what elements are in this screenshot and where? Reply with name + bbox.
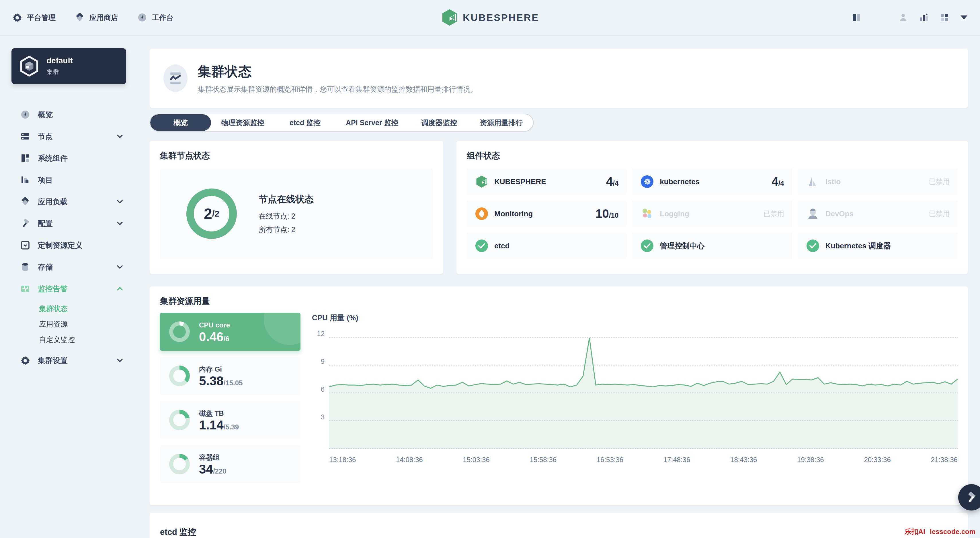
kubesphere-icon [475, 175, 488, 189]
workbench-button[interactable]: 工作台 [138, 13, 173, 22]
component-tile-devops[interactable]: DevOps已禁用 [798, 200, 958, 227]
resource-label: 容器组 [199, 454, 220, 461]
chevron-up-icon [116, 285, 124, 292]
kubesphere-logo-text: KUBESPHERE [463, 12, 539, 23]
sidebar-item-label: 配置 [38, 219, 53, 229]
mini-chart-icon[interactable] [919, 13, 928, 22]
resource-usage-title: 集群资源用量 [160, 296, 958, 307]
component-tile-管理控制中心[interactable]: 管理控制中心 [632, 233, 792, 259]
docs-book-icon[interactable] [851, 13, 861, 22]
cluster-selector[interactable]: default 集群 [11, 48, 126, 84]
sidebar-item-8[interactable]: 监控告警 [11, 278, 126, 300]
component-status-title: 组件状态 [467, 150, 958, 162]
sidebar-item-0[interactable]: 概览 [11, 104, 126, 125]
resource-tile-0[interactable]: CPU core0.46/6 [160, 313, 301, 351]
tab-strip: 概览物理资源监控etcd 监控API Server 监控调度器监控资源用量排行 [150, 108, 968, 138]
component-tile-kubernetes-调度器[interactable]: Kubernetes 调度器 [798, 233, 958, 259]
sidebar-item-label: 存储 [38, 262, 53, 272]
gridline-9 [329, 365, 958, 365]
node-donut-chart: 2/2 [186, 189, 237, 239]
user-icon[interactable] [899, 13, 908, 22]
component-count: 4/4 [772, 175, 784, 189]
y-axis-label-12: 12 [317, 330, 325, 338]
chevron-down-icon [116, 263, 124, 271]
component-tile-istio[interactable]: Istio已禁用 [798, 168, 958, 195]
sidebar-item-label: 监控告警 [38, 284, 68, 294]
component-tile-monitoring[interactable]: Monitoring10/10 [467, 200, 627, 227]
main-content: 集群状态 集群状态展示集群资源的概览和详情，您可以查看集群资源的监控数据和用量排… [138, 0, 980, 538]
x-axis-label-7: 19:38:36 [797, 456, 824, 464]
component-tile-kubesphere[interactable]: KUBESPHERE4/4 [467, 168, 627, 195]
project-icon [21, 175, 30, 184]
chart-plot-area[interactable]: 36912 [329, 329, 958, 449]
node-status-panel: 2/2 节点在线状态 在线节点: 2 所有节点: 2 [160, 168, 433, 259]
kubesphere-logo[interactable]: KUBESPHERE [441, 9, 539, 26]
tab-5[interactable]: 资源用量排行 [469, 114, 533, 131]
sidebar-item-7[interactable]: 存储 [11, 256, 126, 278]
tab-1[interactable]: 物理资源监控 [211, 114, 275, 131]
cluster-resource-usage-card: 集群资源用量 CPU core0.46/6内存 Gi5.38/15.05磁盘 T… [150, 286, 968, 505]
sidebar-subitem-1[interactable]: 应用资源 [11, 316, 126, 332]
cluster-node-status-card: 集群节点状态 2/2 节点在线状态 在线节点: 2 所有节点: 2 [150, 141, 443, 274]
workbench-label: 工作台 [152, 13, 173, 22]
resource-label: 磁盘 TB [199, 409, 224, 417]
component-tile-kubernetes[interactable]: ☸kubernetes4/4 [632, 168, 792, 195]
sidebar-item-3[interactable]: 项目 [11, 169, 126, 191]
components-icon [21, 154, 30, 163]
tab-0[interactable]: 概览 [150, 114, 211, 131]
sidebar-item-9[interactable]: 集群设置 [11, 349, 126, 371]
resource-tile-1[interactable]: 内存 Gi5.38/15.05 [160, 357, 301, 395]
sidebar-item-2[interactable]: 系统组件 [11, 147, 126, 169]
tab-2[interactable]: etcd 监控 [275, 114, 336, 131]
x-axis-label-3: 15:58:36 [530, 456, 557, 464]
tab-4[interactable]: 调度器监控 [409, 114, 469, 131]
x-axis-label-4: 16:53:36 [597, 456, 623, 464]
component-tile-etcd[interactable]: etcd [467, 233, 627, 259]
sidebar-item-5[interactable]: 配置 [11, 213, 126, 234]
sidebar-subitem-2[interactable]: 自定义监控 [11, 332, 126, 347]
resource-value: 0.46/6 [199, 330, 230, 344]
caret-down-icon[interactable] [961, 16, 967, 19]
component-name: Istio [826, 177, 841, 186]
sidebar-item-6[interactable]: 定制资源定义 [11, 234, 126, 256]
chevron-down-icon [116, 133, 124, 140]
cluster-type-label: 集群 [46, 68, 73, 76]
sidebar-item-label: 项目 [38, 175, 53, 185]
node-status-title: 集群节点状态 [160, 150, 433, 162]
app-store-button[interactable]: 应用商店 [75, 13, 118, 22]
sidebar-item-4[interactable]: 应用负载 [11, 191, 126, 213]
sidebar-subitem-0[interactable]: 集群状态 [11, 301, 126, 316]
resource-tile-2[interactable]: 磁盘 TB1.14/5.39 [160, 401, 301, 439]
component-name: Monitoring [494, 209, 533, 218]
topbar: 平台管理 应用商店 工作台 KUBESPHERE [0, 0, 980, 35]
app-store-label: 应用商店 [89, 13, 118, 22]
gear-icon [21, 356, 30, 365]
hammer-icon [965, 491, 978, 504]
resource-value: 5.38/15.05 [199, 374, 243, 389]
node-donut-total: /2 [212, 209, 220, 219]
resource-tile-3[interactable]: 容器组34/220 [160, 445, 301, 483]
check-icon [475, 239, 488, 253]
all-nodes-text: 所有节点: 2 [259, 225, 314, 234]
component-tile-logging[interactable]: Logging已禁用 [632, 200, 792, 227]
platform-management-button[interactable]: 平台管理 [13, 13, 56, 22]
topbar-actions [851, 13, 967, 22]
mini-grid-icon[interactable] [940, 13, 949, 22]
tab-3[interactable]: API Server 监控 [336, 114, 409, 131]
watermark-site: lesscode.com [930, 528, 975, 535]
etcd-monitoring-card: etcd 监控 [150, 513, 968, 538]
kubernetes-icon: ☸ [640, 175, 654, 189]
chart-x-axis-labels: 13:18:3614:08:3615:03:3615:58:3616:53:36… [329, 456, 958, 464]
x-axis-label-1: 14:08:36 [396, 456, 423, 464]
dashboard-icon [21, 110, 30, 119]
sidebar-item-label: 应用负载 [38, 197, 68, 207]
component-name: kubernetes [660, 177, 700, 186]
component-disabled-badge: 已禁用 [929, 177, 950, 186]
resource-donut-icon [169, 409, 190, 430]
chevron-down-icon [116, 357, 124, 364]
resource-label: 内存 Gi [199, 365, 222, 373]
chart-title: CPU 用量 (%) [312, 313, 958, 323]
resource-tiles: CPU core0.46/6内存 Gi5.38/15.05磁盘 TB1.14/5… [160, 313, 301, 489]
sidebar-item-1[interactable]: 节点 [11, 125, 126, 147]
sidebar: default 集群 概览节点系统组件项目应用负载配置定制资源定义存储监控告警集… [0, 35, 138, 538]
